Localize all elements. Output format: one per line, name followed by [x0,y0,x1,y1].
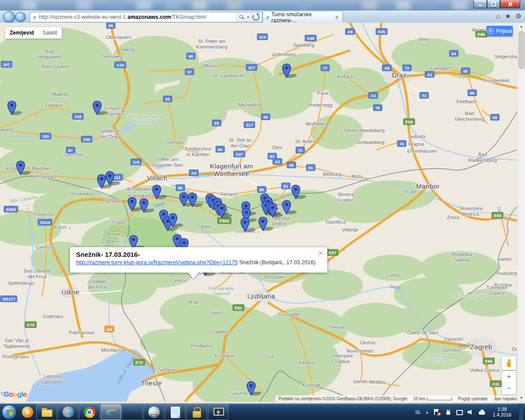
site-ie-icon: e [33,14,36,21]
info-window-body: http://razmere.turni-klub-gora.si/Razmer… [76,259,321,266]
favorites-star-icon[interactable]: ★ [505,12,511,20]
remote-icon [213,406,224,418]
minimize-icon [478,5,482,6]
ie-icon [105,406,117,418]
browser-tab[interactable]: e Turno smučarske razmere-... ✕ [262,11,343,23]
explorer-icon [41,406,52,418]
url-text: http://razmere.s3-website-eu-west-1.amaz… [39,14,206,20]
address-bar-tools: ▼ [236,12,262,22]
taskbar-button-lock[interactable] [186,404,207,420]
language-indicator[interactable]: SL [415,410,421,415]
scroll-up-icon[interactable]: ▲ [518,23,525,30]
cloud-icon[interactable] [479,409,486,416]
info-window-tail [188,272,199,279]
system-tray: SL ▲ ✕ 1:38 1.4.2016 [415,404,525,420]
show-desktop-button[interactable] [518,404,523,420]
settings-gear-icon[interactable]: ⚙ [516,12,522,20]
tab-close-icon[interactable]: ✕ [335,15,339,20]
minimize-button[interactable] [473,0,487,8]
search-icon[interactable] [239,15,244,19]
lock-icon [191,406,203,418]
pegman-control[interactable] [502,357,516,370]
tab-title: Turno smučarske razmere-... [271,11,335,24]
search-dropdown-icon[interactable]: ▼ [247,16,250,19]
google-logo-letter: G [4,390,9,399]
zoom-in-button[interactable]: + [502,371,516,383]
info-window-meta: Snežnik (BoštjanL, 17.03.2016) [238,259,315,266]
back-button[interactable]: ← [3,11,15,23]
signin-label: Prijava [496,28,512,34]
forward-button[interactable]: → [15,12,26,22]
notes-icon [171,406,180,418]
sync-icon [63,406,74,418]
browser-scrollbar[interactable]: ▲ ▼ [517,23,525,402]
tray-date: 1.4.2016 [493,412,511,418]
taskbar-button-explorer[interactable] [36,404,57,420]
home-icon[interactable]: ⌂ [496,12,500,20]
address-bar[interactable]: e http://razmere.s3-website-eu-west-1.am… [30,12,262,22]
google-logo-letter: o [9,390,13,399]
terms-link[interactable]: Pogoji uporabe [455,396,490,401]
google-logo-letter: g [17,390,21,399]
attribution-text: Podatki na zemljevidu ©2016 GeoBasis-DE/… [276,396,410,401]
map-artwork [0,23,525,402]
scrollbar-thumb[interactable] [518,31,525,69]
refresh-icon[interactable] [252,14,259,21]
map-type-button-map[interactable]: Zemljevid [5,27,38,38]
chrome-icon [84,406,95,418]
volume-icon[interactable] [467,409,474,416]
scale-control: 10 km [410,396,455,401]
power-plug-icon[interactable] [444,409,452,416]
windows-flag-icon [6,409,13,415]
map-attribution-bar: Podatki na zemljevidu ©2016 GeoBasis-DE/… [276,396,518,402]
tab-ie-icon: e [266,14,269,21]
zoom-control: + − [502,371,516,394]
network-icon[interactable] [456,409,463,416]
tray-time: 1:38 [493,406,511,412]
taskbar-button-remote[interactable] [208,404,228,420]
taskbar-button-sync[interactable] [58,404,78,420]
close-button[interactable] [500,0,520,8]
browser-window: ← → e http://razmere.s3-website-eu-west-… [0,0,525,420]
close-icon [508,2,512,6]
scroll-down-icon[interactable]: ▼ [518,394,525,402]
back-icon: ← [6,14,13,21]
taskbar-button-ie[interactable] [101,404,121,420]
info-window-title: Snežnik- 17.03.2016- [76,251,321,258]
wmp-icon [22,406,33,418]
google-g-icon: G [487,28,494,35]
google-logo: Google [4,390,27,399]
map-type-button-satellite[interactable]: Satelit [38,27,61,38]
tray-expand-icon[interactable]: ▲ [425,410,429,414]
google-logo-letter: o [13,390,17,399]
zoom-out-button[interactable]: − [502,383,516,394]
google-signin-button[interactable]: G Prijava [486,26,513,36]
messenger-icon [127,406,138,418]
action-center-flag-icon[interactable]: ✕ [433,409,440,416]
scale-bar [427,397,452,400]
restore-button[interactable] [487,0,500,8]
map-type-control: Zemljevid Satelit [5,27,62,38]
start-button[interactable] [2,405,17,420]
taskbar-button-wmp[interactable] [19,405,36,420]
navigation-bar: ← → e http://razmere.s3-website-eu-west-… [0,10,525,23]
info-window-link[interactable]: http://razmere.turni-klub-gora.si/Razmer… [76,259,238,266]
map-canvas[interactable]: GrazZagrebLjubljanaMariborTriesteUdineVi… [0,23,525,402]
earth-icon [148,406,160,418]
taskbar-button-chrome[interactable] [79,404,100,420]
titlebar [0,0,525,10]
restore-icon [491,2,496,7]
taskbar-button-earth[interactable] [144,404,164,420]
taskbar-button-notes[interactable] [165,404,186,420]
taskbar-button-messenger[interactable] [122,404,143,420]
pegman-icon [507,359,511,367]
info-window: Snežnik- 17.03.2016- http://razmere.turn… [70,247,327,273]
clock[interactable]: 1:38 1.4.2016 [490,406,514,418]
forward-icon: → [18,14,24,21]
google-logo-letter: e [23,390,26,399]
taskbar: SL ▲ ✕ 1:38 1.4.2016 [0,403,525,420]
info-window-close-icon[interactable]: ✕ [318,250,323,256]
